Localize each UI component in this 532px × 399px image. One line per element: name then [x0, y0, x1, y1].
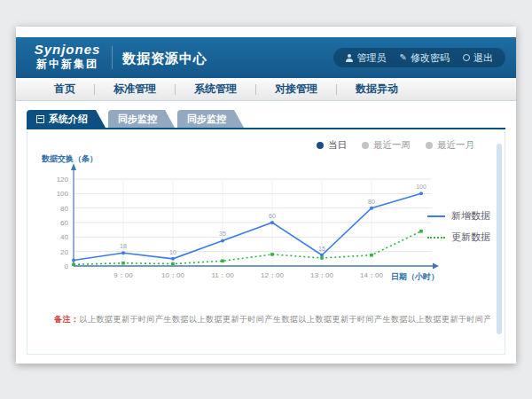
chart-panel: 当日 最近一周 最近一月 0204060801001209：0010：0011：…: [27, 131, 505, 355]
footer-note: 备注：以上数据更新于时间产生数据以上数据更新于时间产生数据以上数据更新于时间产生…: [54, 314, 490, 325]
logout-button[interactable]: 退出: [463, 51, 493, 65]
svg-text:100: 100: [416, 184, 426, 190]
svg-text:数据交换（条）: 数据交换（条）: [41, 154, 98, 163]
content-area: 系统介绍 同步监控 同步监控 当日 最近一周: [16, 101, 516, 364]
power-icon: [463, 54, 470, 61]
edit-icon: ✎: [400, 53, 407, 62]
note-text: 以上数据更新于时间产生数据以上数据更新于时间产生数据以上数据更新于时间产生数据以…: [80, 315, 491, 324]
svg-text:10: 10: [169, 249, 176, 255]
svg-text:10：00: 10：00: [161, 271, 184, 279]
svg-text:0: 0: [65, 262, 69, 270]
radio-label: 最近一周: [373, 139, 411, 152]
user-icon: [346, 54, 354, 62]
page-title: 数据资源中心: [122, 51, 207, 67]
nav-item-standard-mgmt[interactable]: 标准管理: [95, 78, 175, 100]
radio-today[interactable]: 当日: [317, 139, 347, 152]
legend-solid-line-icon: [427, 215, 445, 217]
tab-label: 同步监控: [187, 110, 226, 128]
change-password-button[interactable]: ✎ 修改密码: [400, 51, 450, 65]
tab-sync-monitor-1[interactable]: 同步监控: [108, 110, 175, 128]
svg-text:60: 60: [269, 213, 276, 219]
legend-label: 新增数据: [451, 209, 490, 223]
app-header: Synjones 新中新集团 数据资源中心 管理员 ✎ 修改密码 退出: [16, 37, 516, 78]
panel-scrollbar[interactable]: [497, 144, 502, 334]
svg-text:18: 18: [120, 243, 127, 249]
tab-sync-monitor-2[interactable]: 同步监控: [177, 110, 244, 128]
radio-last-week[interactable]: 最近一周: [362, 139, 411, 152]
radio-dot-icon: [426, 142, 433, 149]
tab-bar: 系统介绍 同步监控 同步监控: [27, 110, 505, 129]
time-range-filter: 当日 最近一周 最近一月: [317, 139, 474, 152]
nav-item-data-changes[interactable]: 数据异动: [337, 78, 417, 100]
radio-last-month[interactable]: 最近一月: [426, 139, 474, 152]
svg-text:60: 60: [60, 219, 68, 227]
window-top-strip: [16, 27, 516, 37]
username-label: 管理员: [357, 51, 387, 65]
document-icon: [36, 115, 44, 123]
svg-text:15: 15: [318, 246, 325, 252]
svg-text:12：00: 12：00: [261, 271, 284, 279]
svg-text:120: 120: [57, 176, 69, 184]
svg-text:9：00: 9：00: [113, 271, 133, 279]
main-nav: 首页 标准管理 系统管理 对接管理 数据异动: [16, 78, 516, 101]
logo-company-name: 新中新集团: [28, 58, 106, 71]
svg-text:80: 80: [368, 199, 375, 205]
nav-item-system-mgmt[interactable]: 系统管理: [176, 78, 255, 100]
svg-text:80: 80: [60, 205, 68, 213]
svg-text:11：00: 11：00: [211, 271, 234, 279]
line-chart[interactable]: 0204060801001209：0010：0011：0012：0013：001…: [38, 153, 464, 294]
radio-dot-icon: [317, 142, 324, 149]
tab-label: 系统介绍: [49, 110, 88, 128]
svg-text:35: 35: [219, 231, 226, 237]
radio-dot-icon: [362, 142, 369, 149]
nav-item-home[interactable]: 首页: [35, 78, 94, 100]
legend-item-updated-data[interactable]: 更新数据: [427, 231, 490, 244]
radio-label: 最近一月: [437, 139, 474, 152]
header-divider: [112, 46, 113, 69]
logo-brand-text: Synjones: [28, 42, 106, 58]
logout-label: 退出: [473, 51, 493, 65]
company-logo: Synjones 新中新集团: [28, 42, 106, 71]
note-prefix: 备注：: [54, 315, 80, 324]
legend-item-new-data[interactable]: 新增数据: [427, 209, 490, 223]
change-password-label: 修改密码: [411, 51, 450, 65]
svg-text:40: 40: [60, 233, 68, 241]
radio-label: 当日: [328, 139, 347, 152]
chart-legend: 新增数据 更新数据: [427, 209, 490, 244]
svg-text:日期（小时）: 日期（小时）: [391, 272, 439, 281]
svg-text:13：00: 13：00: [310, 271, 333, 279]
tab-label: 同步监控: [118, 110, 157, 128]
user-account-button[interactable]: 管理员: [346, 51, 387, 65]
legend-dotted-line-icon: [427, 237, 445, 239]
user-menu: 管理员 ✎ 修改密码 退出: [333, 48, 505, 67]
tab-system-intro[interactable]: 系统介绍: [27, 110, 106, 128]
svg-text:14：00: 14：00: [360, 271, 383, 279]
legend-label: 更新数据: [451, 231, 490, 244]
nav-item-docking-mgmt[interactable]: 对接管理: [256, 78, 336, 100]
svg-text:20: 20: [60, 248, 68, 256]
app-window: Synjones 新中新集团 数据资源中心 管理员 ✎ 修改密码 退出 首页 标…: [16, 27, 516, 364]
svg-text:100: 100: [57, 190, 69, 198]
